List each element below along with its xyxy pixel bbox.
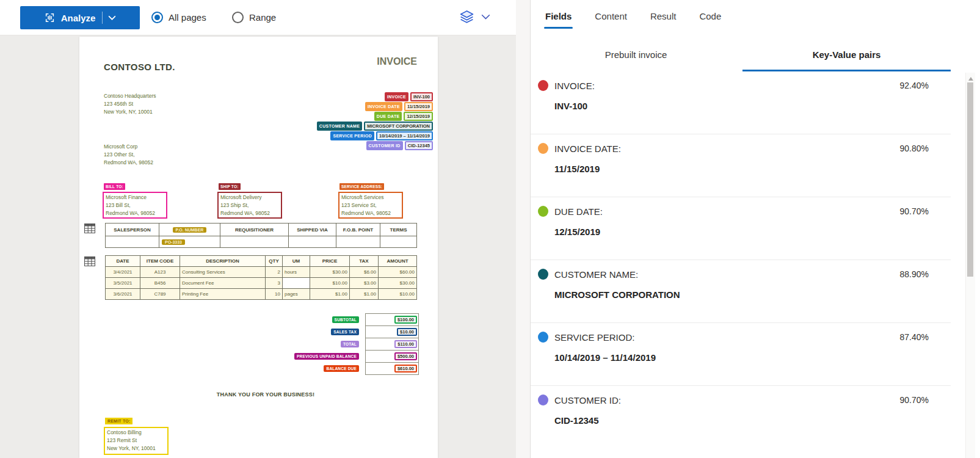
totals-label-row: SALES TAX xyxy=(79,325,361,338)
annotation-value-highlight: 10/14/2019 – 11/14/2019 xyxy=(376,131,433,140)
items-table-cell: $60.00 xyxy=(379,267,417,278)
annotation-key-highlight: CUSTOMER ID xyxy=(366,141,403,150)
analyze-dropdown-chevron-down-icon[interactable] xyxy=(108,15,116,21)
annotation-row[interactable]: INVOICEINV-100 xyxy=(385,92,433,101)
kv-pair-row[interactable]: INVOICE DATE:90.80%11/15/2019 xyxy=(531,134,951,197)
kv-pair-row[interactable]: CUSTOMER NAME:88.90%MICROSOFT CORPORATIO… xyxy=(531,260,951,323)
kv-key-label: DUE DATE: xyxy=(554,206,603,217)
layer-selector[interactable] xyxy=(459,10,490,24)
totals-value-highlight: $610.00 xyxy=(394,365,417,373)
analyze-button[interactable]: Analyze xyxy=(20,6,140,29)
subtab-prebuilt-invoice[interactable]: Prebuilt invoice xyxy=(531,38,741,71)
totals-key-highlight: SUBTOTAL xyxy=(332,316,359,323)
results-scrollbar[interactable] xyxy=(965,73,975,458)
document-scan-icon xyxy=(44,12,56,23)
annotation-value-highlight: 12/15/2019 xyxy=(404,112,433,121)
totals-value-highlight: $110.00 xyxy=(394,340,417,348)
layer-chevron-down-icon[interactable] xyxy=(481,14,490,20)
kv-pair-header: CUSTOMER ID:90.70% xyxy=(538,394,929,405)
annotation-value-highlight: 11/15/2019 xyxy=(404,102,433,111)
totals-value-highlight: $100.00 xyxy=(394,316,417,324)
annotation-row[interactable]: CUSTOMER NAMEMICROSOFT CORPORATION xyxy=(317,122,433,131)
tab-fields[interactable]: Fields xyxy=(545,11,572,29)
kv-color-dot xyxy=(538,394,548,405)
kv-pair-row[interactable]: DUE DATE:90.70%12/15/2019 xyxy=(531,197,951,260)
table-grid-icon[interactable] xyxy=(84,224,95,236)
annotation-row[interactable]: INVOICE DATE11/15/2019 xyxy=(365,102,433,111)
subtab-key-value-pairs[interactable]: Key-Value pairs xyxy=(741,38,952,71)
address-line: Redmond WA, 98052 xyxy=(106,209,166,217)
items-table-cell: 3/5/2021 xyxy=(106,278,140,289)
kv-pair-row[interactable]: SERVICE PERIOD:87.40%10/14/2019 – 11/14/… xyxy=(531,323,951,386)
tab-result[interactable]: Result xyxy=(650,11,677,29)
kv-value: CID-12345 xyxy=(554,415,929,426)
address-line: Redmond WA, 98052 xyxy=(220,209,281,217)
invoice-customer-address: Microsoft Corp123 Other St,Redmond WA, 9… xyxy=(104,143,153,167)
line-items-table: DATEITEM CODEDESCRIPTIONQTYUMPRICETAXAMO… xyxy=(105,255,417,300)
annotation-key-highlight: DUE DATE xyxy=(374,112,402,121)
kv-pair-header: CUSTOMER NAME:88.90% xyxy=(538,269,929,280)
kv-key-label: CUSTOMER ID: xyxy=(554,395,621,405)
kv-pair-row[interactable]: INVOICE:92.40%INV-100 xyxy=(531,71,951,134)
pane-divider xyxy=(516,0,531,458)
items-table-cell: $1.00 xyxy=(310,289,350,300)
range-radio[interactable]: Range xyxy=(232,0,276,35)
kv-confidence: 88.90% xyxy=(900,269,929,279)
annotation-value-highlight: MICROSOFT CORPORATION xyxy=(364,122,433,131)
radio-selected-icon xyxy=(151,12,163,23)
document-canvas[interactable]: CONTOSO LTD. INVOICE Contoso Headquarter… xyxy=(0,35,516,458)
kv-pair-header: SERVICE PERIOD:87.40% xyxy=(538,332,929,343)
kv-pair-row[interactable]: CUSTOMER ID:90.70%CID-12345 xyxy=(531,386,951,449)
items-table-row: 3/5/2021B456Document Fee3 $10.00$3.00$30… xyxy=(106,278,417,289)
kv-color-dot xyxy=(538,269,548,280)
app-root: Analyze All pages Range xyxy=(0,0,980,458)
items-table-cell: Printing Fee xyxy=(180,289,266,300)
totals-key-highlight: SALES TAX xyxy=(331,329,359,335)
items-table-cell: 2 xyxy=(266,267,283,278)
po-table-header-row: SALESPERSONP.O. NUMBERREQUISITIONERSHIPP… xyxy=(106,224,417,236)
annotation-row[interactable]: DUE DATE12/15/2019 xyxy=(374,112,433,121)
address-block-box: Microsoft Services123 Service St,Redmond… xyxy=(338,192,403,219)
address-line: 123 Other St, xyxy=(104,151,153,159)
po-table-value-cell xyxy=(220,236,289,248)
kv-pair-header: DUE DATE:90.70% xyxy=(538,206,929,217)
all-pages-radio[interactable]: All pages xyxy=(151,0,206,35)
kv-confidence: 92.40% xyxy=(900,81,929,90)
address-block-label-highlight: SERVICE ADDRESS: xyxy=(339,183,384,190)
po-number-key-highlight: P.O. NUMBER xyxy=(173,227,207,233)
address-block-label-highlight: BILL TO: xyxy=(104,183,125,190)
analyze-toolbar: Analyze All pages Range xyxy=(0,0,516,35)
address-line: Microsoft Delivery xyxy=(220,194,281,202)
key-value-annotations: INVOICEINV-100INVOICE DATE11/15/2019DUE … xyxy=(317,92,433,150)
po-table-header-cell: F.O.B. POINT xyxy=(336,224,380,236)
scroll-up-arrow-icon[interactable] xyxy=(968,77,973,81)
kv-key-label: INVOICE: xyxy=(554,81,595,91)
table-grid-icon[interactable] xyxy=(84,256,95,269)
annotation-key-highlight: INVOICE xyxy=(385,92,408,101)
totals-label-row: TOTAL xyxy=(79,338,361,350)
items-table-header-cell: ITEM CODE xyxy=(140,256,180,267)
items-table-cell: 10 xyxy=(266,289,283,300)
tab-content[interactable]: Content xyxy=(595,11,627,29)
totals-value-cell: $110.00 xyxy=(366,338,418,351)
annotation-value-highlight: INV-100 xyxy=(410,92,433,101)
invoice-page[interactable]: CONTOSO LTD. INVOICE Contoso Headquarter… xyxy=(79,37,438,458)
items-table-cell xyxy=(283,278,310,289)
address-block-box: Microsoft Delivery123 Ship St,Redmond WA… xyxy=(217,192,282,219)
items-table-header-cell: DESCRIPTION xyxy=(180,256,266,267)
radio-unselected-icon xyxy=(232,12,244,23)
items-table-cell: C789 xyxy=(140,289,180,300)
kv-pair-header: INVOICE DATE:90.80% xyxy=(538,143,929,154)
address-block-box: Microsoft Finance123 Bill St,Redmond WA,… xyxy=(103,192,167,219)
items-table-cell: $10.00 xyxy=(310,278,350,289)
po-table-value-cell xyxy=(289,236,336,248)
address-line: Microsoft Services xyxy=(341,194,402,202)
annotation-row[interactable]: CUSTOMER IDCID-12345 xyxy=(366,141,433,150)
scrollbar-thumb[interactable] xyxy=(967,82,973,277)
po-table-header-cell: SHIPPED VIA xyxy=(289,224,336,236)
tab-code[interactable]: Code xyxy=(699,11,721,29)
kv-value: 11/15/2019 xyxy=(554,164,929,174)
annotation-row[interactable]: SERVICE PERIOD10/14/2019 – 11/14/2019 xyxy=(330,131,433,140)
address-line: Microsoft Corp xyxy=(104,143,153,151)
address-line: Contoso Billing xyxy=(107,429,167,437)
